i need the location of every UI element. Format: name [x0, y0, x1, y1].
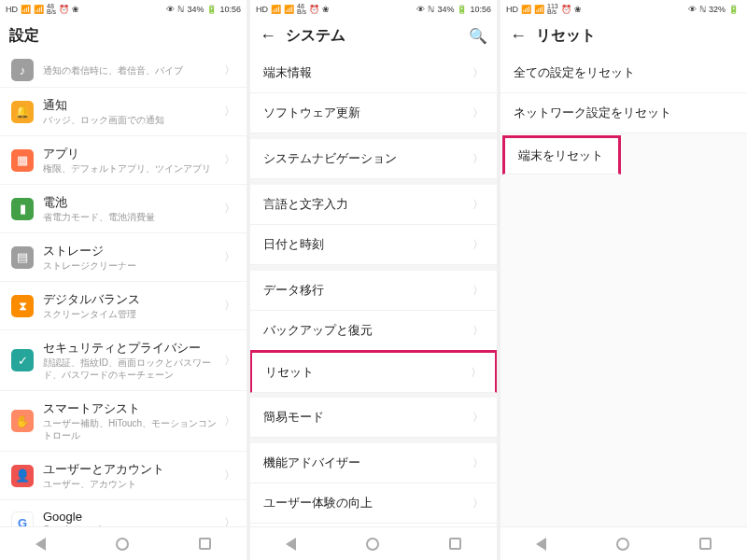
search-icon[interactable]: 🔍 — [469, 27, 487, 45]
chevron-right-icon: 〉 — [472, 105, 484, 121]
nav-back-button[interactable] — [35, 538, 46, 551]
row-sound[interactable]: ♪ 通知の着信時に、着信音、バイブ 〉 — [0, 53, 247, 88]
page-title: リセット — [536, 26, 738, 46]
battery-pct: 34% — [187, 5, 204, 14]
chevron-right-icon: 〉 — [472, 151, 484, 167]
row-users[interactable]: 👤 ユーザーとアカウント ユーザー、アカウント 〉 — [0, 452, 247, 500]
system-list[interactable]: 端末情報〉 ソフトウェア更新〉 システムナビゲーション〉 言語と文字入力〉 日付… — [250, 53, 497, 526]
row-label: バックアップと復元 — [263, 322, 373, 339]
header: ← リセット — [500, 19, 747, 53]
settings-list[interactable]: ♪ 通知の着信時に、着信音、バイブ 〉 🔔 通知 バッジ、ロック画面での通知 〉… — [0, 53, 247, 526]
hourglass-icon: ⧗ — [11, 295, 34, 317]
hand-icon: ✋ — [11, 410, 34, 432]
header: ← システム 🔍 — [250, 19, 497, 53]
alarm-icon: ⏰ — [309, 6, 319, 14]
chevron-right-icon: 〉 — [472, 197, 484, 213]
statusbar: HD 📶 📶 113B/s ⏰ ❀ 👁 ℕ 32% 🔋 — [500, 0, 747, 19]
signal-icon: 📶 — [521, 6, 531, 14]
back-button[interactable]: ← — [260, 26, 276, 46]
row-label: 日付と時刻 — [263, 236, 324, 253]
screen-system: HD 📶 📶 48B/s ⏰ ❀ 👁 ℕ 34% 🔋 10:56 ← システム … — [250, 0, 497, 560]
chevron-right-icon: 〉 — [472, 237, 484, 253]
eye-icon: 👁 — [416, 6, 425, 14]
chevron-right-icon: 〉 — [224, 63, 235, 78]
back-button[interactable]: ← — [510, 26, 527, 46]
battery-row-icon: ▮ — [11, 198, 34, 220]
chevron-right-icon: 〉 — [224, 249, 235, 265]
row-label: セキュリティとプライバシー — [43, 340, 220, 357]
chevron-right-icon: 〉 — [472, 455, 484, 471]
row-label: ネットワーク設定をリセット — [514, 105, 671, 121]
status-right: 👁 ℕ 34% 🔋 10:56 — [166, 5, 241, 14]
row-storage[interactable]: ▤ ストレージ ストレージクリーナー 〉 — [0, 233, 247, 282]
row-sys-nav[interactable]: システムナビゲーション〉 — [250, 139, 497, 179]
misc-icon: ❀ — [72, 6, 79, 14]
signal-icon: 📶 — [21, 6, 31, 14]
wifi-icon: 📶 — [284, 6, 294, 14]
nav-back-button[interactable] — [536, 538, 546, 551]
screen-reset: HD 📶 📶 113B/s ⏰ ❀ 👁 ℕ 32% 🔋 ← リセット 全ての設定… — [500, 0, 747, 560]
row-reset[interactable]: リセット〉 — [250, 350, 497, 393]
row-label: 端末情報 — [263, 64, 312, 81]
nav-home-button[interactable] — [616, 538, 629, 551]
chevron-right-icon: 〉 — [224, 515, 235, 527]
row-label: データ移行 — [263, 282, 324, 299]
bell-icon: 🔔 — [11, 101, 34, 123]
navbar — [500, 526, 747, 560]
row-sub: 権限、デフォルトアプリ、ツインアプリ — [43, 162, 220, 175]
data-rate: 48B/s — [297, 4, 306, 16]
nav-back-button[interactable] — [286, 538, 296, 551]
sound-icon: ♪ — [11, 59, 34, 81]
misc-icon: ❀ — [322, 6, 330, 14]
eye-icon: 👁 — [166, 6, 175, 14]
row-reset-all[interactable]: 全ての設定をリセット — [500, 53, 747, 93]
row-language[interactable]: 言語と文字入力〉 — [250, 185, 497, 225]
row-label: スマートアシスト — [43, 400, 220, 417]
status-left: HD 📶 📶 48B/s ⏰ ❀ — [6, 4, 79, 16]
row-reset-device[interactable]: 端末をリセット — [502, 135, 621, 175]
row-sub: スクリーンタイム管理 — [43, 308, 220, 320]
battery-icon: 🔋 — [728, 6, 739, 14]
nav-home-button[interactable] — [116, 538, 129, 551]
row-smart-assist[interactable]: ✋ スマートアシスト ユーザー補助、HiTouch、モーションコントロール 〉 — [0, 391, 247, 452]
row-sub: 顔認証、指紋ID、画面ロックとパスワード、パスワードのキーチェーン — [43, 357, 220, 381]
row-label: ユーザーとアカウント — [43, 461, 220, 478]
page-title: システム — [286, 26, 459, 46]
row-device-info[interactable]: 端末情報〉 — [250, 53, 497, 93]
row-data-transfer[interactable]: データ移行〉 — [250, 271, 497, 311]
clock: 10:56 — [219, 5, 241, 14]
statusbar: HD 📶 📶 48B/s ⏰ ❀ 👁 ℕ 34% 🔋 10:56 — [0, 0, 247, 19]
reset-list[interactable]: 全ての設定をリセット ネットワーク設定をリセット 端末をリセット — [500, 53, 747, 526]
row-security[interactable]: ✓ セキュリティとプライバシー 顔認証、指紋ID、画面ロックとパスワード、パスワ… — [0, 330, 247, 391]
nav-recent-button[interactable] — [199, 538, 211, 550]
row-datetime[interactable]: 日付と時刻〉 — [250, 225, 497, 265]
row-digital-balance[interactable]: ⧗ デジタルバランス スクリーンタイム管理 〉 — [0, 282, 247, 330]
nfc-icon: ℕ — [699, 6, 706, 14]
row-ux-improve[interactable]: ユーザー体験の向上〉 — [250, 483, 497, 524]
nav-recent-button[interactable] — [699, 538, 712, 550]
shield-icon: ✓ — [11, 349, 34, 371]
row-google[interactable]: G Google Googleサービス 〉 — [0, 500, 247, 526]
row-sw-update[interactable]: ソフトウェア更新〉 — [250, 93, 497, 133]
wifi-icon: 📶 — [534, 6, 544, 14]
statusbar: HD 📶 📶 48B/s ⏰ ❀ 👁 ℕ 34% 🔋 10:56 — [250, 0, 497, 19]
navbar — [0, 526, 247, 560]
row-battery[interactable]: ▮ 電池 省電力モード、電池消費量 〉 — [0, 185, 247, 233]
row-reset-network[interactable]: ネットワーク設定をリセット — [500, 93, 747, 133]
row-backup[interactable]: バックアップと復元〉 — [250, 311, 497, 351]
header: 設定 — [0, 19, 247, 53]
chevron-right-icon: 〉 — [224, 201, 235, 217]
row-label: ソフトウェア更新 — [263, 105, 360, 121]
nav-recent-button[interactable] — [449, 538, 461, 550]
row-apps[interactable]: ▦ アプリ 権限、デフォルトアプリ、ツインアプリ 〉 — [0, 136, 247, 185]
row-feature-advisor[interactable]: 機能アドバイザー〉 — [250, 443, 497, 483]
row-label: ストレージ — [43, 243, 220, 259]
row-notifications[interactable]: 🔔 通知 バッジ、ロック画面での通知 〉 — [0, 88, 247, 136]
nav-home-button[interactable] — [366, 538, 379, 551]
row-simple-mode[interactable]: 簡易モード〉 — [250, 398, 497, 438]
screen-settings: HD 📶 📶 48B/s ⏰ ❀ 👁 ℕ 34% 🔋 10:56 設定 ♪ 通知… — [0, 0, 247, 560]
nfc-icon: ℕ — [177, 6, 184, 14]
chevron-right-icon: 〉 — [224, 413, 235, 429]
row-sub: 通知の着信時に、着信音、バイブ — [43, 64, 220, 77]
chevron-right-icon: 〉 — [224, 104, 235, 119]
